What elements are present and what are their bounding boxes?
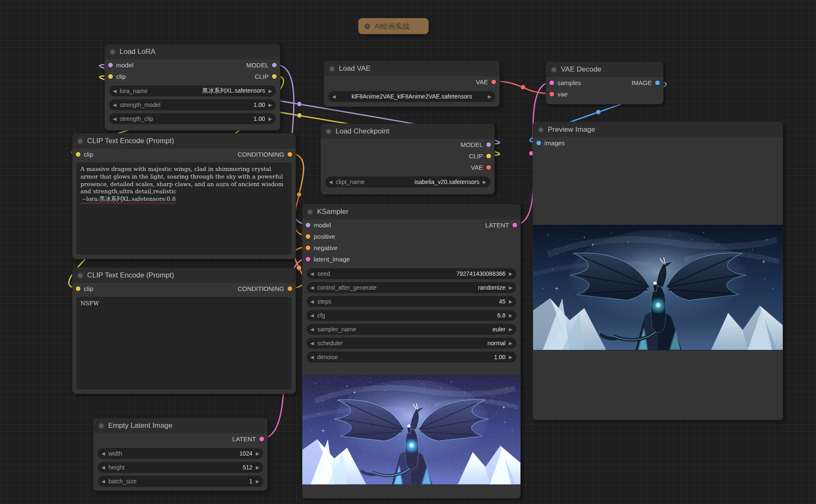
- port-dot-icon[interactable]: [655, 80, 660, 85]
- collapse-toggle-icon[interactable]: [99, 423, 104, 429]
- widget-height[interactable]: ◀ height 512 ▶: [98, 462, 263, 473]
- port-dot-icon[interactable]: [288, 152, 292, 157]
- widget-scheduler[interactable]: ◀ scheduler normal ▶: [307, 338, 516, 349]
- output-port-model[interactable]: MODEL: [461, 141, 491, 148]
- input-port-clip[interactable]: clip: [108, 73, 126, 80]
- node-clip-text-encode-positive[interactable]: CLIP Text Encode (Prompt) clip CONDITION…: [72, 133, 296, 259]
- collapse-toggle-icon[interactable]: [77, 139, 83, 144]
- graph-canvas[interactable]: AI绘画实战 Load LoRA model MODEL clip CLIP: [0, 0, 816, 504]
- port-dot-icon[interactable]: [259, 437, 264, 441]
- widget-lora-name[interactable]: ◀ lora_name 黑冰系列XL.safetensors ▶: [109, 85, 276, 96]
- input-port-positive[interactable]: positive: [306, 233, 335, 240]
- port-dot-icon[interactable]: [108, 74, 113, 79]
- node-load-vae[interactable]: Load VAE VAE ◀ klF8Anime2VAE_klF8Anime2V…: [324, 61, 500, 107]
- combo-next-icon[interactable]: ▶: [509, 327, 512, 332]
- port-dot-icon[interactable]: [491, 80, 496, 84]
- widget-sampler-name[interactable]: ◀ sampler_name euler ▶: [307, 324, 516, 335]
- output-port-clip[interactable]: CLIP: [469, 152, 491, 160]
- node-title-bar[interactable]: VAE Decode: [546, 62, 663, 77]
- port-dot-icon[interactable]: [76, 152, 80, 157]
- port-dot-icon[interactable]: [306, 257, 310, 261]
- increment-arrow-icon[interactable]: ▶: [269, 117, 272, 121]
- widget-batch-size[interactable]: ◀ batch_size 1 ▶: [98, 476, 263, 487]
- node-title-bar[interactable]: Preview Image: [533, 122, 783, 137]
- port-dot-icon[interactable]: [306, 234, 310, 239]
- increment-arrow-icon[interactable]: ▶: [509, 355, 512, 360]
- combo-prev-icon[interactable]: ◀: [113, 89, 116, 93]
- port-dot-icon[interactable]: [512, 223, 517, 227]
- increment-arrow-icon[interactable]: ▶: [256, 451, 259, 456]
- widget-cfg[interactable]: ◀ cfg 6.8 ▶: [307, 310, 516, 321]
- node-clip-text-encode-negative[interactable]: CLIP Text Encode (Prompt) clip CONDITION…: [72, 267, 296, 394]
- increment-arrow-icon[interactable]: ▶: [256, 479, 259, 484]
- combo-prev-icon[interactable]: ◀: [332, 94, 336, 99]
- combo-next-icon[interactable]: ▶: [509, 341, 512, 346]
- widget-ckpt-name[interactable]: ◀ ckpt_name isabelia_v20.safetensors ▶: [325, 176, 490, 187]
- collapse-toggle-icon[interactable]: [538, 127, 544, 133]
- collapse-toggle-icon[interactable]: [365, 24, 370, 29]
- decrement-arrow-icon[interactable]: ◀: [101, 465, 105, 470]
- output-port-conditioning[interactable]: CONDITIONING: [237, 285, 292, 292]
- increment-arrow-icon[interactable]: ▶: [509, 313, 512, 318]
- port-dot-icon[interactable]: [272, 63, 277, 67]
- prompt-textarea[interactable]: NSFW: [77, 297, 291, 389]
- port-dot-icon[interactable]: [536, 141, 541, 145]
- combo-next-icon[interactable]: ▶: [509, 285, 512, 290]
- collapse-toggle-icon[interactable]: [77, 273, 83, 278]
- collapse-toggle-icon[interactable]: [326, 129, 331, 134]
- node-vae-decode[interactable]: VAE Decode samples IMAGE vae: [546, 61, 664, 104]
- increment-arrow-icon[interactable]: ▶: [509, 299, 512, 304]
- port-dot-icon[interactable]: [108, 63, 113, 67]
- input-port-clip[interactable]: clip: [76, 285, 93, 292]
- widget-width[interactable]: ◀ width 1024 ▶: [98, 448, 263, 459]
- combo-prev-icon[interactable]: ◀: [310, 327, 314, 332]
- decrement-arrow-icon[interactable]: ◀: [310, 272, 314, 276]
- combo-next-icon[interactable]: ▶: [269, 89, 272, 93]
- output-port-clip[interactable]: CLIP: [255, 73, 277, 80]
- input-port-latent-image[interactable]: latent_image: [306, 256, 350, 263]
- collapse-toggle-icon[interactable]: [110, 49, 115, 55]
- output-port-latent[interactable]: LATENT: [485, 221, 517, 229]
- input-port-model[interactable]: model: [306, 221, 331, 229]
- decrement-arrow-icon[interactable]: ◀: [113, 103, 116, 107]
- widget-control-after-generate[interactable]: ◀ control_after_generate randomize ▶: [307, 282, 516, 293]
- widget-steps[interactable]: ◀ steps 45 ▶: [307, 296, 516, 307]
- port-dot-icon[interactable]: [549, 80, 554, 85]
- group-node-badge[interactable]: AI绘画实战: [358, 18, 429, 34]
- port-dot-icon[interactable]: [76, 286, 80, 291]
- prompt-textarea[interactable]: A massive dragon with majestic wings, cl…: [77, 163, 291, 255]
- node-ksampler[interactable]: KSampler model LATENT positive negative: [302, 204, 521, 499]
- port-dot-icon[interactable]: [549, 92, 554, 96]
- increment-arrow-icon[interactable]: ▶: [256, 465, 259, 470]
- widget-vae-name[interactable]: ◀ klF8Anime2VAE_klF8Anime2VAE.safetensor…: [328, 91, 495, 102]
- decrement-arrow-icon[interactable]: ◀: [101, 451, 105, 456]
- port-dot-icon[interactable]: [486, 165, 491, 170]
- input-port-model[interactable]: model: [108, 61, 133, 69]
- node-title-bar[interactable]: CLIP Text Encode (Prompt): [72, 268, 296, 283]
- combo-next-icon[interactable]: ▶: [483, 180, 486, 184]
- node-load-checkpoint[interactable]: Load Checkpoint MODEL CLIP VAE ◀ ckpt_na…: [320, 123, 495, 195]
- decrement-arrow-icon[interactable]: ◀: [101, 479, 105, 484]
- input-port-samples[interactable]: samples: [549, 79, 581, 86]
- input-port-negative[interactable]: negative: [306, 244, 338, 251]
- decrement-arrow-icon[interactable]: ◀: [310, 355, 314, 360]
- collapse-toggle-icon[interactable]: [551, 67, 557, 72]
- decrement-arrow-icon[interactable]: ◀: [113, 117, 116, 121]
- input-port-clip[interactable]: clip: [76, 151, 93, 158]
- collapse-toggle-icon[interactable]: [307, 209, 313, 215]
- decrement-arrow-icon[interactable]: ◀: [310, 299, 314, 304]
- output-port-latent[interactable]: LATENT: [232, 435, 264, 443]
- combo-prev-icon[interactable]: ◀: [310, 285, 314, 290]
- combo-prev-icon[interactable]: ◀: [329, 180, 332, 184]
- port-dot-icon[interactable]: [306, 245, 310, 250]
- port-dot-icon[interactable]: [486, 154, 491, 158]
- widget-denoise[interactable]: ◀ denoise 1.00 ▶: [307, 352, 516, 363]
- combo-prev-icon[interactable]: ◀: [310, 341, 314, 346]
- widget-strength-clip[interactable]: ◀ strength_clip 1.00 ▶: [109, 113, 276, 124]
- increment-arrow-icon[interactable]: ▶: [509, 272, 512, 276]
- combo-next-icon[interactable]: ▶: [488, 94, 491, 99]
- increment-arrow-icon[interactable]: ▶: [269, 103, 272, 107]
- input-port-vae[interactable]: vae: [549, 91, 568, 98]
- output-port-vae[interactable]: VAE: [471, 164, 491, 171]
- port-dot-icon[interactable]: [272, 74, 277, 79]
